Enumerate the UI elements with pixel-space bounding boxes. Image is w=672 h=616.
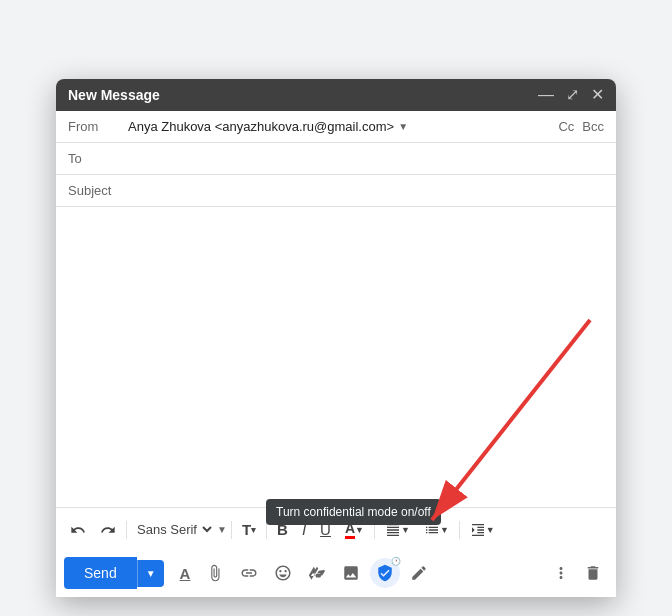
redo-button[interactable] — [94, 518, 122, 542]
drive-button[interactable] — [302, 558, 332, 588]
font-family-select[interactable]: Sans Serif — [131, 517, 215, 542]
from-address: Anya Zhukova <anyazhukova.ru@gmail.com> — [128, 119, 394, 134]
indent-button[interactable]: ▼ — [464, 518, 501, 542]
bottom-right-actions — [546, 558, 608, 588]
to-label: To — [68, 151, 128, 166]
emoji-button[interactable] — [268, 558, 298, 588]
expand-button[interactable]: ⤢ — [566, 87, 579, 103]
format-button[interactable]: A — [174, 559, 197, 588]
to-row: To — [56, 143, 616, 175]
undo-button[interactable] — [64, 518, 92, 542]
bcc-button[interactable]: Bcc — [582, 119, 604, 134]
cc-button[interactable]: Cc — [558, 119, 574, 134]
attach-button[interactable] — [200, 558, 230, 588]
title-bar: New Message — ⤢ ✕ — [56, 79, 616, 111]
subject-row: Subject — [56, 175, 616, 206]
subject-input[interactable] — [128, 183, 604, 198]
window-controls: — ⤢ ✕ — [538, 87, 604, 103]
confidential-button[interactable]: 🕐 — [370, 558, 400, 588]
window-title: New Message — [68, 87, 160, 103]
font-size-button[interactable]: T▾ — [236, 517, 262, 542]
send-button[interactable]: Send — [64, 557, 137, 589]
bottom-toolbar: Send ▼ A — [64, 551, 608, 597]
subject-label: Subject — [68, 183, 128, 198]
font-dropdown-icon: ▼ — [217, 524, 227, 535]
cc-bcc-buttons: Cc Bcc — [558, 119, 604, 134]
tooltip-container: Turn confidential mode on/off — [266, 499, 441, 525]
toolbar: Sans Serif ▼ T▾ B I U A ▼ ▼ ▼ — [56, 507, 616, 597]
minimize-button[interactable]: — — [538, 87, 554, 103]
from-label: From — [68, 119, 128, 134]
compose-body[interactable] — [56, 207, 616, 507]
compose-fields: From Anya Zhukova <anyazhukova.ru@gmail.… — [56, 111, 616, 207]
compose-window: New Message — ⤢ ✕ From Anya Zhukova <any… — [56, 79, 616, 597]
from-dropdown-icon[interactable]: ▼ — [398, 121, 408, 132]
to-input[interactable] — [128, 151, 604, 166]
bottom-icons: A 🕐 — [174, 558, 608, 588]
send-button-group: Send ▼ — [64, 557, 164, 589]
divider-5 — [459, 521, 460, 539]
close-button[interactable]: ✕ — [591, 87, 604, 103]
divider-2 — [231, 521, 232, 539]
tooltip: Turn confidential mode on/off — [266, 499, 441, 525]
from-value: Anya Zhukova <anyazhukova.ru@gmail.com> … — [128, 119, 408, 134]
signature-button[interactable] — [404, 558, 434, 588]
delete-button[interactable] — [578, 558, 608, 588]
more-options-button[interactable] — [546, 558, 576, 588]
divider-1 — [126, 521, 127, 539]
from-row: From Anya Zhukova <anyazhukova.ru@gmail.… — [56, 111, 616, 143]
photo-button[interactable] — [336, 558, 366, 588]
link-button[interactable] — [234, 558, 264, 588]
send-dropdown-button[interactable]: ▼ — [137, 560, 164, 587]
